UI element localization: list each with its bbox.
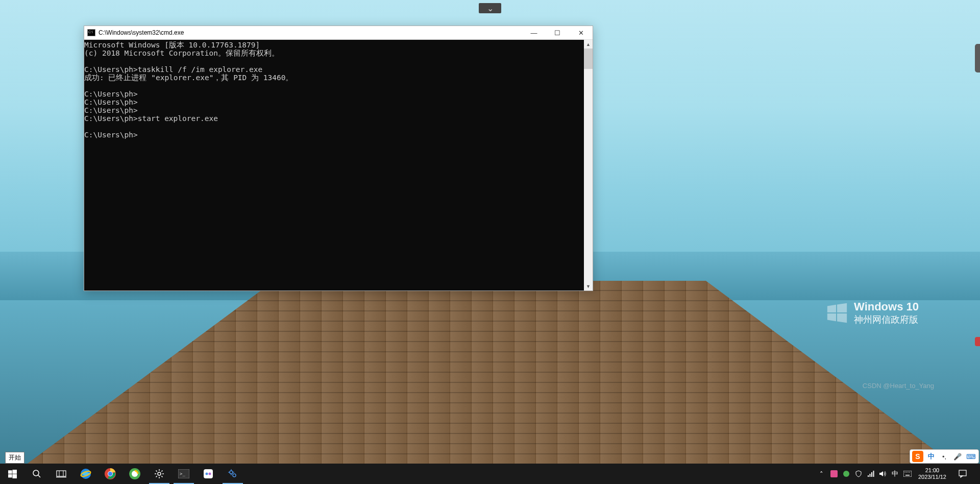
notification-icon bbox=[958, 469, 967, 478]
svg-point-36 bbox=[233, 474, 236, 477]
close-button[interactable]: ✕ bbox=[569, 26, 593, 39]
action-center-button[interactable] bbox=[951, 469, 974, 478]
gear-icon bbox=[154, 469, 164, 479]
svg-rect-11 bbox=[56, 477, 66, 477]
ime-mode-cn[interactable]: 中 bbox=[925, 451, 937, 462]
360-app[interactable] bbox=[122, 464, 147, 484]
search-icon bbox=[32, 469, 41, 478]
windows-start-icon bbox=[8, 470, 17, 478]
cmd-titlebar[interactable]: C:\Windows\system32\cmd.exe — ☐ ✕ bbox=[84, 26, 593, 40]
svg-rect-7 bbox=[12, 474, 17, 478]
scroll-thumb[interactable] bbox=[584, 49, 593, 69]
svg-rect-10 bbox=[57, 471, 66, 476]
svg-rect-41 bbox=[830, 470, 838, 477]
svg-line-28 bbox=[156, 476, 157, 477]
svg-rect-6 bbox=[8, 474, 12, 477]
cmd-scrollbar[interactable]: ▲ ▼ bbox=[584, 40, 593, 291]
tray-app-1[interactable] bbox=[828, 464, 840, 484]
services-app[interactable] bbox=[220, 464, 245, 484]
tray-overflow-button[interactable]: ˄ bbox=[816, 464, 827, 484]
svg-point-42 bbox=[843, 471, 849, 477]
svg-rect-43 bbox=[868, 475, 869, 477]
csdn-watermark: CSDN @Heart_to_Yang bbox=[863, 382, 934, 390]
chat-app-icon bbox=[203, 468, 214, 479]
camera-notch-dropdown[interactable]: ⌄ bbox=[479, 3, 501, 13]
scroll-track[interactable] bbox=[584, 69, 593, 282]
chrome-icon bbox=[104, 468, 116, 480]
cmd-window: C:\Windows\system32\cmd.exe — ☐ ✕ Micros… bbox=[84, 26, 593, 291]
svg-rect-45 bbox=[871, 472, 872, 477]
sogou-logo-icon[interactable]: S bbox=[912, 451, 923, 462]
svg-marker-3 bbox=[837, 313, 847, 323]
svg-rect-46 bbox=[873, 471, 874, 477]
svg-rect-54 bbox=[905, 475, 910, 476]
svg-rect-48 bbox=[903, 471, 912, 477]
svg-marker-47 bbox=[879, 471, 883, 476]
svg-rect-55 bbox=[959, 470, 966, 476]
tray-time: 21:00 bbox=[925, 467, 940, 474]
terminal-icon: >_ bbox=[178, 469, 189, 478]
cmd-title-text: C:\Windows\system32\cmd.exe bbox=[99, 29, 522, 36]
cmd-body[interactable]: Microsoft Windows [版本 10.0.17763.1879] (… bbox=[84, 40, 593, 291]
ie-icon bbox=[79, 467, 92, 480]
system-tray: ˄ 中 21:00 2023/11/12 bbox=[816, 464, 980, 484]
360-browser-icon bbox=[129, 468, 141, 480]
svg-rect-44 bbox=[869, 474, 870, 477]
svg-line-29 bbox=[161, 471, 162, 472]
svg-line-26 bbox=[156, 471, 157, 472]
svg-point-8 bbox=[33, 470, 39, 476]
gears-icon bbox=[227, 468, 238, 479]
cmd-icon bbox=[87, 29, 95, 36]
svg-point-35 bbox=[230, 471, 233, 474]
tray-ime-keyboard-icon[interactable] bbox=[902, 464, 913, 484]
tray-volume-icon[interactable] bbox=[877, 464, 889, 484]
svg-point-52 bbox=[908, 472, 908, 472]
svg-text:>_: >_ bbox=[180, 471, 185, 476]
side-panel-handle[interactable] bbox=[975, 44, 980, 72]
svg-rect-5 bbox=[12, 470, 17, 474]
svg-marker-2 bbox=[827, 313, 836, 321]
cmd-app[interactable]: >_ bbox=[172, 464, 196, 484]
cmd-output: Microsoft Windows [版本 10.0.17763.1879] (… bbox=[84, 40, 584, 291]
tray-date: 2023/11/12 bbox=[918, 474, 946, 480]
ie-app[interactable] bbox=[74, 464, 98, 484]
ime-punct[interactable]: •, bbox=[939, 451, 950, 462]
tray-app-2[interactable] bbox=[841, 464, 852, 484]
tray-clock[interactable]: 21:00 2023/11/12 bbox=[914, 467, 950, 480]
qq-app[interactable] bbox=[196, 464, 220, 484]
ime-keyboard-icon[interactable]: ⌨ bbox=[965, 451, 976, 462]
taskview-button[interactable] bbox=[49, 464, 74, 484]
minimize-button[interactable]: — bbox=[522, 26, 546, 39]
search-button[interactable] bbox=[24, 464, 49, 484]
taskbar: >_ ˄ 中 21:00 2023/11/12 bbox=[0, 464, 980, 484]
svg-point-50 bbox=[904, 472, 905, 472]
ime-toolbar[interactable]: S 中 •, 🎤 ⌨ bbox=[910, 449, 979, 464]
windows-logo-icon bbox=[825, 301, 849, 325]
side-notification-handle[interactable] bbox=[975, 337, 980, 346]
windows-watermark: Windows 10 神州网信政府版 bbox=[825, 300, 919, 326]
maximize-button[interactable]: ☐ bbox=[546, 26, 569, 39]
settings-app[interactable] bbox=[147, 464, 172, 484]
watermark-line1: Windows 10 bbox=[854, 300, 919, 313]
taskbar-spacer bbox=[245, 464, 816, 484]
svg-marker-0 bbox=[827, 305, 836, 312]
tray-ime-indicator[interactable]: 中 bbox=[890, 464, 901, 484]
svg-point-21 bbox=[158, 472, 161, 475]
start-button[interactable] bbox=[0, 464, 24, 484]
ime-voice-icon[interactable]: 🎤 bbox=[952, 451, 963, 462]
tray-network-icon[interactable] bbox=[865, 464, 876, 484]
chrome-app[interactable] bbox=[98, 464, 122, 484]
taskview-icon bbox=[56, 470, 66, 478]
scroll-up-button[interactable]: ▲ bbox=[584, 40, 593, 49]
svg-marker-56 bbox=[961, 476, 963, 477]
svg-point-18 bbox=[108, 472, 112, 476]
svg-line-27 bbox=[161, 476, 162, 477]
tray-security-icon[interactable] bbox=[853, 464, 864, 484]
chevron-down-icon: ⌄ bbox=[487, 4, 494, 13]
svg-line-9 bbox=[38, 475, 40, 477]
svg-marker-1 bbox=[837, 303, 847, 312]
watermark-line2: 神州网信政府版 bbox=[854, 313, 919, 326]
svg-point-33 bbox=[206, 473, 208, 475]
scroll-down-button[interactable]: ▼ bbox=[584, 282, 593, 291]
svg-rect-4 bbox=[8, 470, 12, 474]
